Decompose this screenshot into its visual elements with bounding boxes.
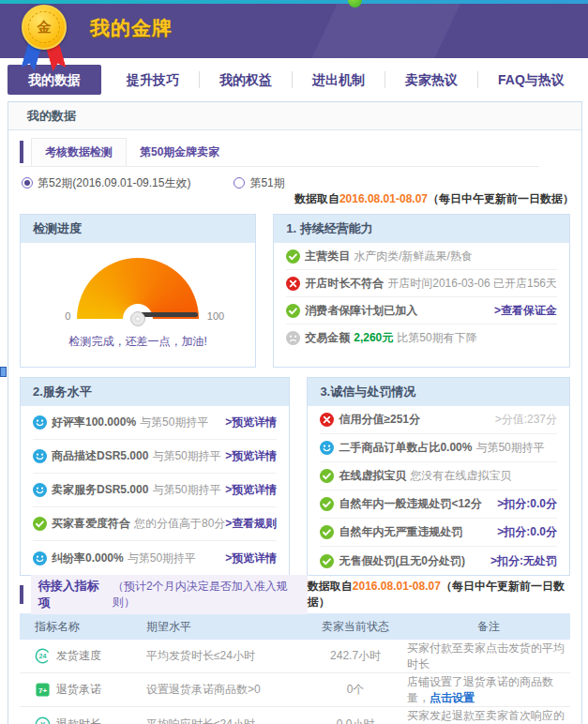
view-rules-link[interactable]: >查看规则: [225, 516, 277, 532]
indicator-note: 买家发起退款至卖家首次响应的平均时间: [400, 708, 570, 724]
panel-operation: 1. 持续经营能力 主营类目 水产肉类/新鲜蔬果/熟食 开店时长不符合 开店时间…: [273, 214, 570, 368]
smile-icon: [320, 441, 334, 455]
medal-coin-text: 金: [28, 11, 60, 43]
preview-detail-link[interactable]: >预览详情: [225, 551, 277, 566]
progress-gauge: 0 100: [77, 258, 199, 319]
svg-text:¥: ¥: [40, 719, 45, 724]
panel-progress: 检测进度 0 100 检测完成，还差一点，加油!: [20, 214, 256, 368]
item-text: 与第50期持平: [140, 415, 208, 430]
content-container: 我的数据 考核数据检测 第50期金牌卖家 第52期(2016.09.01-09.…: [8, 101, 582, 724]
panel-progress-title: 检测进度: [21, 215, 255, 243]
list-item: 好评率100.000% 与第50期持平 >预览详情: [33, 406, 277, 440]
col-header-current: 卖家当前状态: [311, 619, 400, 635]
list-item: 信用分值≥251分 >分值:237分: [320, 406, 557, 434]
item-text: 与第50期持平: [128, 551, 196, 566]
item-label: 交易金额: [305, 330, 350, 346]
panel-integrity: 3.诚信与处罚情况 信用分值≥251分 >分值:237分 二手商品订单数占比0.…: [307, 377, 570, 576]
item-text: 比第50期有下降: [397, 330, 476, 346]
preview-detail-link[interactable]: >预览详情: [225, 448, 277, 464]
list-item: 二手商品订单数占比0.00% 与第50期持平: [320, 434, 557, 462]
data-source-suffix: （每日中午更新前一日数据）: [428, 192, 574, 205]
panel-service: 2.服务水平 好评率100.000% 与第50期持平 >预览详情 商品描述DSR…: [20, 377, 290, 576]
page: 我的金牌 金 我的数据 提升技巧 我的权益 进出机制 卖家热议 FAQ与热议 我…: [0, 0, 588, 724]
preview-detail-link[interactable]: >预览详情: [225, 482, 277, 498]
check-icon: [286, 249, 300, 264]
gauge-max-label: 100: [207, 310, 224, 322]
click-setup-link[interactable]: 点击设置: [430, 691, 475, 704]
table-header-row: 指标名称 期望水平 卖家当前状态 备注: [20, 613, 570, 640]
indicator-current: 0.0小时: [311, 716, 400, 724]
gauge-needle: [138, 312, 198, 317]
cross-icon: [320, 413, 334, 427]
radio-unselected-icon[interactable]: [234, 177, 245, 189]
deduction-link[interactable]: >扣分:无处罚: [490, 553, 557, 569]
item-text: 水产肉类/新鲜蔬果/熟食: [354, 249, 473, 264]
purple-accent-bar: [20, 141, 23, 163]
sub-tabbar: 考核数据检测 第50期金牌卖家: [20, 138, 539, 167]
smile-icon: [33, 551, 47, 566]
transaction-amount: 2,260元: [354, 330, 393, 346]
check-icon: [320, 469, 334, 483]
indicator-name: 发货速度: [56, 648, 101, 664]
item-text: 开店时间2016-03-06 已开店156天: [387, 276, 557, 292]
list-item: 自然年内无严重违规处罚 >扣分:0.0分: [320, 519, 557, 547]
scroll-marker[interactable]: [0, 367, 7, 377]
return-promise-icon: 7+: [35, 682, 51, 698]
table-row: 7+ 退货承诺 设置退货承诺商品数>0 0个 店铺设置了退货承诺的商品数量，点击…: [20, 673, 570, 707]
list-item: 在线虚拟宝贝 您没有在线虚拟宝贝: [320, 462, 557, 490]
item-label: 好评率100.000%: [52, 415, 136, 430]
list-item: 买家喜爱度符合 您的分值高于80分 >查看规则: [33, 507, 277, 541]
list-item: 主营类目 水产肉类/新鲜蔬果/熟食: [286, 243, 557, 270]
check-icon: [286, 304, 300, 318]
data-source-range: 2016.08.01-08.07: [339, 192, 428, 205]
list-item: 商品描述DSR5.000 与第50期持平 >预览详情: [33, 440, 277, 474]
item-label: 二手商品订单数占比0.00%: [339, 440, 472, 456]
list-item: 纠纷率0.000% 与第50期持平 >预览详情: [33, 541, 277, 575]
preview-detail-link[interactable]: >预览详情: [225, 415, 277, 430]
radio-selected-icon[interactable]: [22, 177, 33, 189]
radio-period-51[interactable]: 第51期: [234, 175, 284, 191]
tab-entry-exit[interactable]: 进出机制: [292, 71, 384, 88]
data-source-range: 2016.08.01-08.07: [353, 580, 441, 593]
gold-medal-icon: 金: [17, 5, 71, 72]
page-title: 我的金牌: [90, 4, 173, 53]
gauge-body: 0 100 检测完成，还差一点，加油!: [21, 258, 255, 367]
pending-table: 指标名称 期望水平 卖家当前状态 备注 24 发货速度 平均发货时长≤24小时 …: [20, 613, 570, 724]
page-banner: 我的金牌: [0, 4, 588, 58]
panel-operation-title: 1. 持续经营能力: [274, 215, 569, 243]
indicator-expect: 平均响应时长≤24小时: [146, 716, 311, 724]
gauge-arc: [77, 258, 199, 319]
deduction-link[interactable]: >扣分:0.0分: [497, 496, 557, 512]
check-icon: [320, 525, 334, 539]
item-text: 与第50期持平: [152, 448, 220, 464]
pending-subtitle: （预计2个月内决定是否加入准入规则）: [113, 579, 298, 611]
item-label: 开店时长不符合: [305, 276, 384, 292]
list-item: 开店时长不符合 开店时间2016-03-06 已开店156天: [286, 270, 557, 297]
view-deposit-link[interactable]: >查看保证金: [494, 303, 557, 319]
list-item: 无售假处罚(且无0分处罚) >扣分:无处罚: [320, 547, 557, 575]
pending-data-source: 数据取自2016.08.01-08.07（每日中午更新前一日数据）: [308, 579, 570, 611]
panels-row-2: 2.服务水平 好评率100.000% 与第50期持平 >预览详情 商品描述DSR…: [8, 368, 581, 576]
list-item: 卖家服务DSR5.000 与第50期持平 >预览详情: [33, 474, 277, 507]
indicator-name: 退款时长: [56, 716, 101, 724]
tab-seller-talk[interactable]: 卖家热议: [384, 71, 477, 88]
medal-coin: 金: [22, 5, 67, 50]
panel-service-title: 2.服务水平: [21, 378, 289, 406]
smile-icon: [33, 449, 47, 463]
data-source-note: 数据取自2016.08.01-08.07（每日中午更新前一日数据）: [8, 191, 581, 208]
item-label: 自然年内无严重违规处罚: [339, 524, 462, 540]
radio-period-52[interactable]: 第52期(2016.09.01-09.15生效): [22, 175, 190, 191]
indicator-current: 242.7小时: [311, 648, 400, 664]
subtab-assessment-data[interactable]: 考核数据检测: [31, 138, 127, 166]
tab-my-benefits[interactable]: 我的权益: [199, 71, 292, 88]
list-item: 自然年内一般违规处罚<12分 >扣分:0.0分: [320, 490, 557, 519]
tab-faq[interactable]: FAQ与热议: [477, 71, 584, 88]
item-text: 您的分值高于80分: [134, 516, 225, 532]
col-header-expect: 期望水平: [146, 619, 311, 635]
subtab-period-50[interactable]: 第50期金牌卖家: [127, 139, 233, 166]
tab-improve-skills[interactable]: 提升技巧: [107, 71, 199, 88]
speed-24-icon: 24: [35, 648, 51, 664]
deduction-link[interactable]: >扣分:0.0分: [497, 524, 557, 540]
table-row: ¥ 退款时长 平均响应时长≤24小时 0.0小时 买家发起退款至卖家首次响应的平…: [20, 707, 570, 724]
period-selector: 第52期(2016.09.01-09.15生效) 第51期: [22, 174, 581, 191]
